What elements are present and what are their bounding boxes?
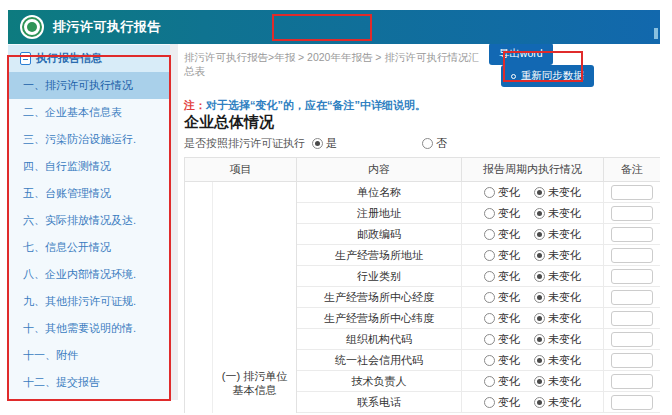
radio-option-unchanged[interactable]: 未变化 — [534, 227, 581, 242]
radio-unselected-icon[interactable] — [484, 397, 495, 408]
table-row: 邮政编码 变化 未变化 — [297, 224, 660, 245]
radio-unselected-icon[interactable] — [484, 376, 495, 387]
remark-input[interactable] — [611, 227, 653, 242]
sidebar-item[interactable]: 六、实际排放情况及达. — [8, 207, 170, 234]
radio-selected-icon[interactable] — [534, 334, 545, 345]
radio-option-changed[interactable]: 变化 — [484, 311, 520, 326]
radio-unselected-icon[interactable] — [484, 334, 495, 345]
radio-option-label: 变化 — [498, 290, 520, 305]
radio-unselected-icon[interactable] — [484, 208, 495, 219]
remark-input[interactable] — [611, 248, 653, 263]
radio-selected-icon[interactable] — [534, 187, 545, 198]
radio-unselected-icon[interactable] — [484, 292, 495, 303]
sidebar-item[interactable]: 十、其他需要说明的情. — [8, 315, 170, 342]
radio-option-changed[interactable]: 变化 — [484, 269, 520, 284]
radio-option-unchanged[interactable]: 未变化 — [534, 374, 581, 389]
radio-option-changed[interactable]: 变化 — [484, 395, 520, 410]
radio-option-label: 变化 — [498, 227, 520, 242]
radio-selected-icon[interactable] — [312, 138, 323, 149]
remark-input[interactable] — [611, 269, 653, 284]
remark-input[interactable] — [611, 332, 653, 347]
sidebar-item[interactable]: 四、自行监测情况 — [8, 153, 170, 180]
radio-option-label: 未变化 — [548, 395, 581, 410]
sidebar-item[interactable]: 五、台账管理情况 — [8, 180, 170, 207]
radio-option-label: 是 — [326, 136, 337, 151]
sidebar-item[interactable]: 八、企业内部情况环境. — [8, 261, 170, 288]
note-line: 注：对于选择“变化”的，应在“备注”中详细说明。 — [184, 98, 660, 112]
radio-option-changed[interactable]: 变化 — [484, 248, 520, 263]
radio-option-changed[interactable]: 变化 — [484, 332, 520, 347]
radio-option-unchanged[interactable]: 未变化 — [534, 353, 581, 368]
row-execution-cell: 变化 未变化 — [462, 308, 604, 328]
table-row: 统一社会信用代码 变化 未变化 — [297, 350, 660, 371]
radio-option-label: 变化 — [498, 269, 520, 284]
project-outer-cell — [185, 182, 213, 413]
radio-unselected-icon[interactable] — [484, 250, 495, 261]
radio-option-yes[interactable]: 是 — [312, 136, 422, 151]
top-nav — [241, 25, 295, 29]
radio-selected-icon[interactable] — [534, 250, 545, 261]
radio-option-unchanged[interactable]: 未变化 — [534, 206, 581, 221]
radio-option-changed[interactable]: 变化 — [484, 353, 520, 368]
table-row: 组织机构代码 变化 未变化 — [297, 329, 660, 350]
sidebar-item[interactable]: 三、污染防治设施运行. — [8, 126, 170, 153]
radio-selected-icon[interactable] — [534, 313, 545, 324]
radio-option-label: 否 — [436, 136, 447, 151]
radio-option-unchanged[interactable]: 未变化 — [534, 332, 581, 347]
sidebar-item-label: 七、信息公开情况 — [23, 234, 111, 261]
radio-selected-icon[interactable] — [534, 292, 545, 303]
radio-option-label: 未变化 — [548, 374, 581, 389]
radio-option-changed[interactable]: 变化 — [484, 290, 520, 305]
radio-selected-icon[interactable] — [534, 355, 545, 366]
radio-option-label: 未变化 — [548, 290, 581, 305]
radio-option-changed[interactable]: 变化 — [484, 227, 520, 242]
column-header-execution: 报告周期内执行情况 — [462, 158, 604, 181]
remark-input[interactable] — [611, 185, 653, 200]
sync-data-button[interactable]: 重新同步数据 — [501, 65, 594, 87]
radio-unselected-icon[interactable] — [484, 313, 495, 324]
sidebar-item[interactable]: 九、其他排污许可证规. — [8, 288, 170, 315]
radio-option-unchanged[interactable]: 未变化 — [534, 290, 581, 305]
radio-option-changed[interactable]: 变化 — [484, 185, 520, 200]
section-title: 企业总体情况 — [184, 112, 660, 132]
remark-input[interactable] — [611, 395, 653, 410]
export-word-button[interactable]: 导出word — [489, 44, 553, 65]
remark-input[interactable] — [611, 374, 653, 389]
radio-option-no[interactable]: 否 — [422, 136, 447, 151]
radio-unselected-icon[interactable] — [484, 229, 495, 240]
row-remark-cell — [604, 245, 660, 265]
remark-input[interactable] — [611, 353, 653, 368]
radio-option-changed[interactable]: 变化 — [484, 374, 520, 389]
radio-unselected-icon[interactable] — [484, 355, 495, 366]
sidebar-item[interactable]: 十二、提交报告 — [8, 369, 170, 396]
sidebar-item-label: 三、污染防治设施运行. — [23, 126, 136, 153]
radio-unselected-icon[interactable] — [484, 271, 495, 282]
table-row: 生产经营场所地址 变化 未变化 — [297, 245, 660, 266]
radio-option-unchanged[interactable]: 未变化 — [534, 311, 581, 326]
radio-option-unchanged[interactable]: 未变化 — [534, 269, 581, 284]
sidebar-item[interactable]: 七、信息公开情况 — [8, 234, 170, 261]
row-execution-cell: 变化 未变化 — [462, 266, 604, 286]
radio-option-unchanged[interactable]: 未变化 — [534, 248, 581, 263]
radio-selected-icon[interactable] — [534, 397, 545, 408]
radio-option-unchanged[interactable]: 未变化 — [534, 395, 581, 410]
sidebar-item-label: 十二、提交报告 — [23, 369, 100, 396]
radio-selected-icon[interactable] — [534, 376, 545, 387]
sidebar-item[interactable]: 十一、附件 — [8, 342, 170, 369]
radio-option-unchanged[interactable]: 未变化 — [534, 185, 581, 200]
radio-unselected-icon[interactable] — [484, 187, 495, 198]
remark-input[interactable] — [611, 206, 653, 221]
radio-selected-icon[interactable] — [534, 229, 545, 240]
sidebar-item[interactable]: 执行报告信息 — [8, 45, 170, 72]
radio-selected-icon[interactable] — [534, 271, 545, 282]
remark-input[interactable] — [611, 311, 653, 326]
sidebar-item[interactable]: 二、企业基本信息表 — [8, 99, 170, 126]
remark-input[interactable] — [611, 290, 653, 305]
radio-selected-icon[interactable] — [534, 208, 545, 219]
radio-option-changed[interactable]: 变化 — [484, 206, 520, 221]
sidebar-item-label: 十、其他需要说明的情. — [23, 315, 136, 342]
sidebar-item[interactable]: 一、排污许可执行情况 — [8, 72, 170, 99]
radio-unselected-icon[interactable] — [422, 138, 433, 149]
sidebar-item-label: 十一、附件 — [23, 342, 78, 369]
ministry-logo-icon — [20, 15, 44, 39]
